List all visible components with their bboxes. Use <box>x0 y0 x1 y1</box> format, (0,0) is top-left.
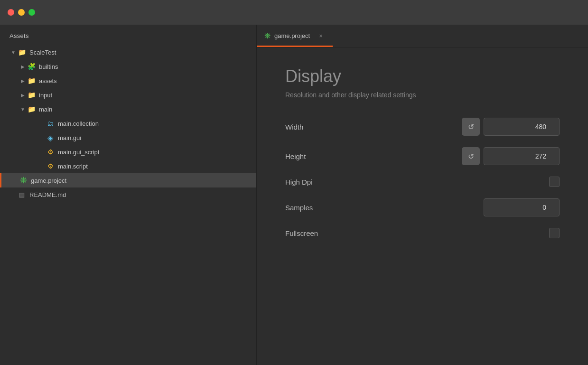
tree-label: ScaleTest <box>29 49 56 56</box>
tree-item-main-script[interactable]: ⚙ main.script <box>0 159 256 173</box>
height-input[interactable] <box>484 147 560 165</box>
maximize-button[interactable] <box>28 9 35 16</box>
tree-label: main.gui_script <box>58 149 99 156</box>
folder-icon: 📁 <box>27 76 36 85</box>
close-button[interactable] <box>8 9 14 16</box>
tree-label: builtins <box>39 63 58 70</box>
tree-arrow-empty <box>38 134 46 141</box>
right-panel: ❋ game.project × Display Resolution and … <box>256 25 588 365</box>
width-label: Width <box>285 123 361 131</box>
high-dpi-checkbox[interactable] <box>549 177 560 187</box>
height-reset-button[interactable]: ↺ <box>462 147 480 165</box>
folder-icon: 📁 <box>27 104 36 114</box>
script-icon: ⚙ <box>46 147 55 157</box>
tab-project-icon: ❋ <box>264 31 271 40</box>
settings-row-fullscreen: Fullscreen <box>285 228 560 238</box>
tree-item-main-collection[interactable]: 🗂 main.collection <box>0 116 256 131</box>
height-controls: ↺ <box>462 147 560 165</box>
file-icon: ▤ <box>17 190 27 199</box>
samples-input[interactable] <box>484 198 560 216</box>
tree-arrow-main <box>19 105 27 113</box>
tree-label: main.gui <box>58 134 81 141</box>
tab-close-button[interactable]: × <box>317 32 325 40</box>
tree-arrow-input <box>19 91 27 99</box>
samples-controls <box>484 198 560 216</box>
settings-row-width: Width ↺ <box>285 118 560 136</box>
tab-game-project[interactable]: ❋ game.project × <box>257 25 333 47</box>
width-input[interactable] <box>484 118 560 136</box>
tree-arrow-builtins <box>19 63 27 70</box>
tree-item-game-project[interactable]: ❋ game.project <box>0 173 256 187</box>
tree-label: main <box>39 106 52 113</box>
tab-bar: ❋ game.project × <box>257 25 588 47</box>
high-dpi-label: High Dpi <box>285 178 361 186</box>
tree-arrow-assets <box>19 77 27 84</box>
tree-item-builtins[interactable]: 🧩 builtins <box>0 59 256 74</box>
tree-item-scaletest[interactable]: 📁 ScaleTest <box>0 45 256 59</box>
traffic-lights <box>8 9 35 16</box>
script-icon: ⚙ <box>46 161 55 171</box>
settings-row-high-dpi: High Dpi <box>285 177 560 187</box>
width-reset-button[interactable]: ↺ <box>462 118 480 136</box>
folder-icon: 📁 <box>17 47 27 57</box>
tree-label: input <box>39 92 52 99</box>
minimize-button[interactable] <box>18 9 25 16</box>
tree-arrow-empty <box>11 177 19 184</box>
content-area: Display Resolution and other display rel… <box>257 47 588 365</box>
tree-item-main-gui[interactable]: ◈ main.gui <box>0 131 256 145</box>
tree-item-main[interactable]: 📁 main <box>0 102 256 116</box>
tree-item-assets[interactable]: 📁 assets <box>0 74 256 88</box>
settings-row-height: Height ↺ <box>285 147 560 165</box>
tree-item-main-gui-script[interactable]: ⚙ main.gui_script <box>0 145 256 159</box>
tree-arrow-empty <box>38 120 46 127</box>
folder-icon: 📁 <box>27 90 36 100</box>
project-icon: ❋ <box>19 176 28 185</box>
tree-item-input[interactable]: 📁 input <box>0 88 256 102</box>
tree-label: assets <box>39 77 57 84</box>
puzzle-icon: 🧩 <box>27 62 36 71</box>
settings-row-samples: Samples <box>285 198 560 216</box>
tree-arrow-scaletest <box>9 48 17 56</box>
section-subtitle: Resolution and other display related set… <box>285 91 560 99</box>
tree-label: main.script <box>58 163 88 170</box>
tree-arrow-empty <box>38 162 46 170</box>
tree-item-readme[interactable]: ▤ README.md <box>0 187 256 202</box>
height-label: Height <box>285 152 361 160</box>
tree-label: main.collection <box>58 120 99 127</box>
title-bar <box>0 0 588 25</box>
tree-arrow-empty <box>38 148 46 156</box>
tree-arrow-empty <box>9 191 17 198</box>
collection-icon: 🗂 <box>46 119 55 128</box>
fullscreen-checkbox[interactable] <box>549 228 560 238</box>
sidebar-title: Assets <box>0 32 256 45</box>
width-controls: ↺ <box>462 118 560 136</box>
high-dpi-controls <box>549 177 560 187</box>
fullscreen-controls <box>549 228 560 238</box>
sidebar: Assets 📁 ScaleTest 🧩 builtins 📁 assets 📁… <box>0 25 256 365</box>
gui-icon: ◈ <box>46 133 55 142</box>
tree-label: README.md <box>29 191 66 198</box>
main-layout: Assets 📁 ScaleTest 🧩 builtins 📁 assets 📁… <box>0 25 588 365</box>
fullscreen-label: Fullscreen <box>285 229 361 237</box>
samples-label: Samples <box>285 204 361 212</box>
tree-label: game.project <box>31 177 66 184</box>
section-title: Display <box>285 66 560 86</box>
tab-label: game.project <box>274 32 310 39</box>
